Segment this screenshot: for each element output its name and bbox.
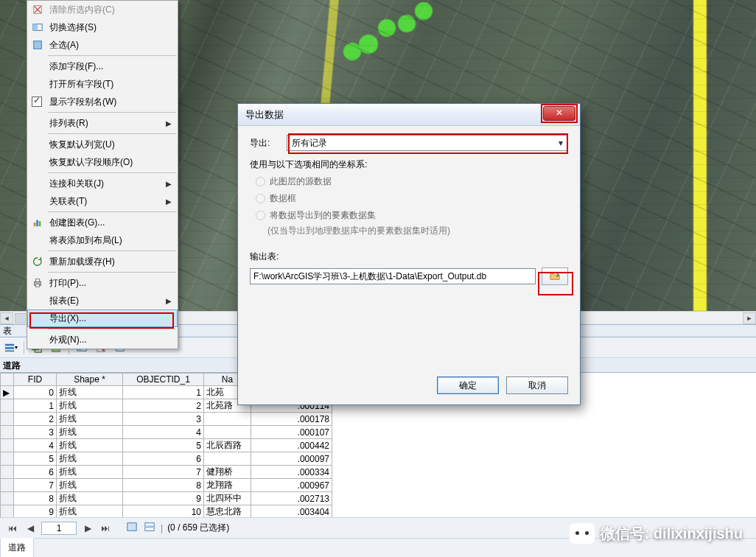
submenu-arrow-icon: ▶ <box>166 297 172 305</box>
svg-rect-7 <box>36 220 38 227</box>
scroll-left-button[interactable]: ◄ <box>0 312 13 324</box>
menu-item[interactable]: 导出(X)... <box>27 309 178 327</box>
menu-item[interactable]: 全选(A) <box>27 36 178 54</box>
pager-first-button[interactable]: ⏮ <box>6 523 19 533</box>
select-all-icon <box>32 39 43 51</box>
menu-item[interactable]: 关联表(T)▶ <box>27 192 178 210</box>
cancel-button[interactable]: 取消 <box>506 376 568 394</box>
svg-rect-6 <box>34 223 36 226</box>
menu-item-label: 添加字段(F)... <box>49 60 103 73</box>
layer-tab[interactable]: 道路 <box>0 538 34 557</box>
table-options-button[interactable]: ▾ <box>3 340 19 356</box>
column-header[interactable]: Shape * <box>57 374 123 386</box>
svg-rect-4 <box>33 24 38 31</box>
output-table-label: 输出表: <box>250 251 568 263</box>
radio-layer-source[interactable]: 此图层的源数据 <box>256 175 568 188</box>
chart-icon <box>32 217 43 228</box>
radio-feature-dataset-hint: (仅当导出到地理数据库中的要素数据集时适用) <box>267 225 568 237</box>
pager-current-input[interactable] <box>41 522 77 535</box>
menu-item[interactable]: 显示字段别名(W) <box>27 93 178 111</box>
table-row[interactable]: 3折线4.000107 <box>1 426 332 439</box>
table-pager: ⏮ ◀ ▶ ⏭ | (0 / 659 已选择) <box>0 517 756 538</box>
output-path-input[interactable] <box>250 268 536 284</box>
folder-open-icon <box>550 271 560 281</box>
table-context-menu: 清除所选内容(C)切换选择(S)全选(A)添加字段(F)...打开所有字段(T)… <box>27 0 178 349</box>
svg-rect-11 <box>35 284 39 287</box>
table-row[interactable]: 4折线5北辰西路.000442 <box>1 439 332 452</box>
column-header[interactable]: FID <box>14 374 57 386</box>
menu-item-label: 打印(P)... <box>49 277 86 290</box>
column-header[interactable]: OBJECTID_1 <box>123 374 204 386</box>
submenu-arrow-icon: ▶ <box>166 119 172 127</box>
menu-item[interactable]: 切换选择(S) <box>27 18 178 36</box>
menu-item[interactable]: 报表(E)▶ <box>27 292 178 309</box>
menu-item-label: 恢复默认列宽(U) <box>49 139 115 151</box>
export-label: 导出: <box>250 137 287 150</box>
bottom-tab-bar: 道路 <box>0 538 756 557</box>
menu-item-label: 排列表(R) <box>49 117 88 130</box>
clear-icon <box>32 4 43 15</box>
menu-item[interactable]: 添加字段(F)... <box>27 57 178 75</box>
menu-item[interactable]: 排列表(R)▶ <box>27 114 178 132</box>
menu-item[interactable]: 重新加载缓存(H) <box>27 253 178 270</box>
menu-item-label: 全选(A) <box>49 39 79 52</box>
submenu-arrow-icon: ▶ <box>166 197 172 206</box>
svg-rect-25 <box>145 525 154 528</box>
table-row[interactable]: 6折线7健翔桥.000334 <box>1 466 332 479</box>
menu-item[interactable]: 创建图表(G)... <box>27 214 178 231</box>
browse-button[interactable] <box>542 267 568 285</box>
export-records-value: 所有记录 <box>292 137 327 150</box>
table-row[interactable]: 8折线9北四环中.002713 <box>1 492 332 505</box>
menu-item[interactable]: 恢复默认字段顺序(O) <box>27 153 178 171</box>
menu-item-label: 导出(X)... <box>49 312 86 325</box>
menu-item[interactable]: 打开所有字段(T) <box>27 75 178 93</box>
svg-rect-13 <box>5 347 14 349</box>
coordinate-system-label: 使用与以下选项相同的坐标系: <box>250 158 568 171</box>
dialog-title-text: 导出数据 <box>245 109 284 120</box>
pager-prev-button[interactable]: ◀ <box>24 523 37 533</box>
menu-item[interactable]: 清除所选内容(C) <box>27 1 178 18</box>
ok-button[interactable]: 确定 <box>437 376 499 394</box>
scroll-right-button[interactable]: ► <box>743 312 756 324</box>
menu-item[interactable]: 恢复默认列宽(U) <box>27 136 178 153</box>
table-row[interactable]: 2折线3.000178 <box>1 413 332 426</box>
svg-rect-5 <box>34 41 42 49</box>
radio-feature-dataset[interactable]: 将数据导出到的要素数据集 <box>256 209 568 222</box>
menu-item-label: 将表添加到布局(L) <box>49 234 122 247</box>
svg-rect-8 <box>39 221 41 226</box>
dialog-titlebar[interactable]: 导出数据 ✕ <box>238 104 580 126</box>
show-selected-button[interactable] <box>143 522 156 534</box>
export-records-combo[interactable]: 所有记录 <box>287 135 568 151</box>
menu-item-label: 重新加载缓存(H) <box>49 256 115 268</box>
menu-item[interactable]: 打印(P)... <box>27 274 178 292</box>
menu-item-label: 切换选择(S) <box>49 21 97 34</box>
radio-data-frame[interactable]: 数据框 <box>256 192 568 205</box>
print-icon <box>32 277 43 289</box>
pager-next-button[interactable]: ▶ <box>81 523 94 533</box>
table-row[interactable]: 5折线6.000097 <box>1 452 332 466</box>
menu-item-label: 显示字段别名(W) <box>49 96 116 108</box>
menu-item-label: 打开所有字段(T) <box>49 78 113 91</box>
svg-rect-12 <box>5 343 14 346</box>
dialog-close-button[interactable]: ✕ <box>543 106 575 121</box>
menu-item-label: 连接和关联(J) <box>49 178 104 190</box>
pager-last-button[interactable]: ⏭ <box>99 523 112 533</box>
svg-rect-23 <box>127 523 136 531</box>
checkbox-icon <box>32 97 42 107</box>
menu-item[interactable]: 外观(N)... <box>27 331 178 348</box>
menu-item[interactable]: 连接和关联(J)▶ <box>27 175 178 192</box>
table-row[interactable]: 9折线10慧忠北路.003404 <box>1 505 332 518</box>
svg-rect-10 <box>35 279 39 282</box>
reload-icon <box>32 256 43 267</box>
svg-rect-14 <box>5 350 14 351</box>
menu-item-label: 恢复默认字段顺序(O) <box>49 156 133 169</box>
switch-icon <box>32 21 43 33</box>
menu-item-label: 清除所选内容(C) <box>49 4 115 16</box>
menu-item-label: 关联表(T) <box>49 195 87 208</box>
export-data-dialog: 导出数据 ✕ 导出: 所有记录 使用与以下选项相同的坐标系: 此图层的源数据 数… <box>237 103 581 405</box>
menu-item[interactable]: 将表添加到布局(L) <box>27 231 178 249</box>
show-all-button[interactable] <box>125 522 139 534</box>
submenu-arrow-icon: ▶ <box>166 180 172 188</box>
pager-status-label: (0 / 659 已选择) <box>167 522 229 534</box>
table-row[interactable]: 7折线8龙翔路.000967 <box>1 479 332 492</box>
